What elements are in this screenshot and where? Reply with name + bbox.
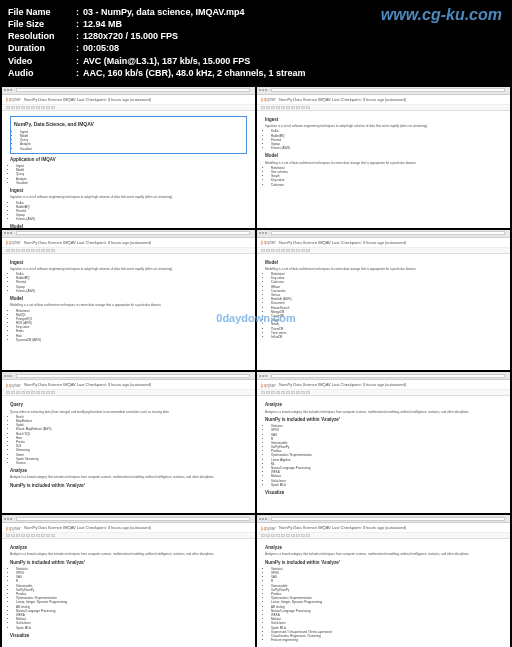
- toolbar-button[interactable]: [16, 249, 20, 252]
- section-text: Ingestion is a set of software engineeri…: [265, 124, 502, 128]
- toolbar-button[interactable]: [6, 249, 10, 252]
- toolbar-button[interactable]: [291, 249, 295, 252]
- toolbar-button[interactable]: [26, 534, 30, 537]
- toolbar-button[interactable]: [261, 391, 265, 394]
- toolbar-button[interactable]: [281, 106, 285, 109]
- toolbar-button[interactable]: [276, 391, 280, 394]
- section-text: Modelling is a set of data architecture …: [10, 303, 247, 307]
- toolbar-button[interactable]: [266, 249, 270, 252]
- toolbar-button[interactable]: [271, 534, 275, 537]
- toolbar-button[interactable]: [36, 106, 40, 109]
- toolbar-button[interactable]: [271, 106, 275, 109]
- toolbar-button[interactable]: [296, 106, 300, 109]
- notebook-title: NumPy Data Science IMQAV Last Checkpoint…: [279, 240, 406, 245]
- toolbar-button[interactable]: [26, 391, 30, 394]
- toolbar-button[interactable]: [46, 391, 50, 394]
- toolbar-button[interactable]: [306, 391, 310, 394]
- toolbar-button[interactable]: [286, 249, 290, 252]
- toolbar-button[interactable]: [41, 391, 45, 394]
- toolbar-button[interactable]: [286, 534, 290, 537]
- thumbnail-8[interactable]: jupyterNumPy Data Science IMQAV Last Che…: [257, 515, 510, 647]
- toolbar-button[interactable]: [11, 106, 15, 109]
- toolbar-button[interactable]: [286, 106, 290, 109]
- toolbar-button[interactable]: [46, 249, 50, 252]
- toolbar-button[interactable]: [306, 534, 310, 537]
- toolbar-button[interactable]: [301, 391, 305, 394]
- toolbar-button[interactable]: [281, 391, 285, 394]
- toolbar-button[interactable]: [46, 106, 50, 109]
- toolbar-button[interactable]: [36, 249, 40, 252]
- toolbar-button[interactable]: [41, 534, 45, 537]
- toolbar-button[interactable]: [21, 391, 25, 394]
- toolbar-button[interactable]: [276, 534, 280, 537]
- thumbnail-1[interactable]: jupyterNumPy Data Science IMQAV Last Che…: [2, 87, 255, 228]
- toolbar-button[interactable]: [271, 391, 275, 394]
- toolbar-button[interactable]: [261, 106, 265, 109]
- toolbar-button[interactable]: [291, 106, 295, 109]
- thumbnail-5[interactable]: jupyterNumPy Data Science IMQAV Last Che…: [2, 372, 255, 513]
- toolbar-button[interactable]: [276, 249, 280, 252]
- toolbar-button[interactable]: [51, 249, 55, 252]
- toolbar-button[interactable]: [296, 249, 300, 252]
- toolbar-button[interactable]: [11, 391, 15, 394]
- toolbar-button[interactable]: [21, 106, 25, 109]
- toolbar-button[interactable]: [276, 106, 280, 109]
- thumbnail-4[interactable]: jupyterNumPy Data Science IMQAV Last Che…: [257, 230, 510, 371]
- toolbar-button[interactable]: [281, 249, 285, 252]
- toolbar-button[interactable]: [51, 391, 55, 394]
- thumbnail-2[interactable]: jupyterNumPy Data Science IMQAV Last Che…: [257, 87, 510, 228]
- toolbar-button[interactable]: [21, 534, 25, 537]
- thumbnail-grid: jupyterNumPy Data Science IMQAV Last Che…: [0, 85, 512, 647]
- toolbar-button[interactable]: [266, 106, 270, 109]
- file-size-value: 12.94 MB: [83, 18, 122, 30]
- toolbar-button[interactable]: [6, 391, 10, 394]
- toolbar-button[interactable]: [16, 106, 20, 109]
- toolbar-button[interactable]: [31, 391, 35, 394]
- toolbar-button[interactable]: [296, 391, 300, 394]
- toolbar-button[interactable]: [301, 106, 305, 109]
- toolbar-button[interactable]: [286, 391, 290, 394]
- toolbar-button[interactable]: [31, 249, 35, 252]
- toolbar-button[interactable]: [291, 534, 295, 537]
- video-value: AVC (Main@L3.1), 187 kb/s, 15.000 FPS: [83, 55, 250, 67]
- toolbar-button[interactable]: [306, 106, 310, 109]
- audio-value: AAC, 160 kb/s (CBR), 48.0 kHz, 2 channel…: [83, 67, 306, 79]
- notebook-content: QueryQuery refers to extracting data (fr…: [2, 396, 255, 493]
- toolbar-button[interactable]: [16, 391, 20, 394]
- toolbar-button[interactable]: [6, 106, 10, 109]
- toolbar-button[interactable]: [46, 534, 50, 537]
- toolbar-button[interactable]: [11, 249, 15, 252]
- toolbar-button[interactable]: [41, 249, 45, 252]
- toolbar-button[interactable]: [31, 106, 35, 109]
- toolbar-button[interactable]: [26, 106, 30, 109]
- list-item: Columnar: [271, 183, 502, 187]
- toolbar-button[interactable]: [31, 534, 35, 537]
- thumbnail-7[interactable]: jupyterNumPy Data Science IMQAV Last Che…: [2, 515, 255, 647]
- toolbar-button[interactable]: [266, 534, 270, 537]
- toolbar-button[interactable]: [36, 391, 40, 394]
- toolbar-button[interactable]: [11, 534, 15, 537]
- toolbar-button[interactable]: [36, 534, 40, 537]
- toolbar-button[interactable]: [281, 534, 285, 537]
- notebook-title: NumPy Data Science IMQAV Last Checkpoint…: [279, 382, 406, 387]
- toolbar-button[interactable]: [306, 249, 310, 252]
- notebook-content: AnalyzeAnalyze is a broad category that …: [2, 539, 255, 643]
- toolbar-button[interactable]: [51, 106, 55, 109]
- thumbnail-6[interactable]: jupyterNumPy Data Science IMQAV Last Che…: [257, 372, 510, 513]
- toolbar-button[interactable]: [296, 534, 300, 537]
- toolbar-button[interactable]: [41, 106, 45, 109]
- toolbar-button[interactable]: [6, 534, 10, 537]
- toolbar-button[interactable]: [301, 534, 305, 537]
- toolbar-button[interactable]: [266, 391, 270, 394]
- toolbar-button[interactable]: [271, 249, 275, 252]
- toolbar-button[interactable]: [51, 534, 55, 537]
- toolbar-button[interactable]: [261, 534, 265, 537]
- toolbar-button[interactable]: [291, 391, 295, 394]
- toolbar-button[interactable]: [16, 534, 20, 537]
- toolbar-button[interactable]: [21, 249, 25, 252]
- toolbar-button[interactable]: [26, 249, 30, 252]
- toolbar-button[interactable]: [261, 249, 265, 252]
- browser-chrome: [2, 372, 255, 380]
- toolbar-button[interactable]: [301, 249, 305, 252]
- thumbnail-3[interactable]: jupyterNumPy Data Science IMQAV Last Che…: [2, 230, 255, 371]
